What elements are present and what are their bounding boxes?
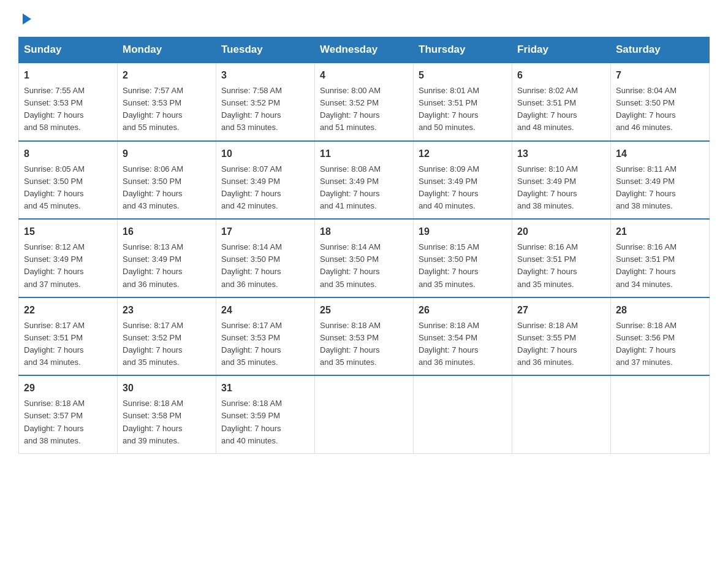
calendar-cell: 7 Sunrise: 8:04 AMSunset: 3:50 PMDayligh… xyxy=(611,63,710,141)
day-number: 29 xyxy=(24,381,112,396)
logo-arrow-icon xyxy=(20,12,34,28)
calendar-cell: 16 Sunrise: 8:13 AMSunset: 3:49 PMDaylig… xyxy=(118,219,216,297)
day-info: Sunrise: 8:16 AMSunset: 3:51 PMDaylight:… xyxy=(517,242,578,288)
calendar-cell xyxy=(512,375,611,453)
calendar-cell: 20 Sunrise: 8:16 AMSunset: 3:51 PMDaylig… xyxy=(512,219,611,297)
calendar-cell: 21 Sunrise: 8:16 AMSunset: 3:51 PMDaylig… xyxy=(611,219,710,297)
calendar-table: Sunday Monday Tuesday Wednesday Thursday… xyxy=(18,37,710,454)
day-number: 6 xyxy=(517,68,605,83)
col-sunday: Sunday xyxy=(19,37,118,63)
day-info: Sunrise: 8:17 AMSunset: 3:52 PMDaylight:… xyxy=(123,321,183,367)
day-info: Sunrise: 8:09 AMSunset: 3:49 PMDaylight:… xyxy=(419,164,479,210)
calendar-cell: 11 Sunrise: 8:08 AMSunset: 3:49 PMDaylig… xyxy=(315,141,414,220)
calendar-cell: 28 Sunrise: 8:18 AMSunset: 3:56 PMDaylig… xyxy=(611,297,710,376)
day-number: 11 xyxy=(320,147,408,161)
day-info: Sunrise: 7:57 AMSunset: 3:53 PMDaylight:… xyxy=(123,86,183,132)
day-info: Sunrise: 7:58 AMSunset: 3:52 PMDaylight:… xyxy=(221,86,282,132)
calendar-cell: 30 Sunrise: 8:18 AMSunset: 3:58 PMDaylig… xyxy=(118,375,216,453)
day-number: 31 xyxy=(221,381,309,396)
calendar-cell: 10 Sunrise: 8:07 AMSunset: 3:49 PMDaylig… xyxy=(216,141,315,220)
day-number: 8 xyxy=(24,147,112,161)
day-info: Sunrise: 8:05 AMSunset: 3:50 PMDaylight:… xyxy=(24,164,85,210)
col-saturday: Saturday xyxy=(611,37,710,63)
day-info: Sunrise: 8:17 AMSunset: 3:51 PMDaylight:… xyxy=(24,321,85,367)
day-number: 24 xyxy=(221,303,309,318)
week-row-2: 8 Sunrise: 8:05 AMSunset: 3:50 PMDayligh… xyxy=(19,141,710,220)
day-number: 20 xyxy=(517,224,605,239)
day-number: 19 xyxy=(419,224,507,239)
day-number: 3 xyxy=(221,68,309,83)
day-info: Sunrise: 8:14 AMSunset: 3:50 PMDaylight:… xyxy=(221,242,282,288)
day-number: 21 xyxy=(616,224,704,239)
week-row-4: 22 Sunrise: 8:17 AMSunset: 3:51 PMDaylig… xyxy=(19,297,710,376)
calendar-cell: 31 Sunrise: 8:18 AMSunset: 3:59 PMDaylig… xyxy=(216,375,315,453)
calendar-cell: 6 Sunrise: 8:02 AMSunset: 3:51 PMDayligh… xyxy=(512,63,611,141)
calendar-cell: 4 Sunrise: 8:00 AMSunset: 3:52 PMDayligh… xyxy=(315,63,414,141)
day-number: 15 xyxy=(24,224,112,239)
day-info: Sunrise: 8:11 AMSunset: 3:49 PMDaylight:… xyxy=(616,164,677,210)
calendar-cell: 2 Sunrise: 7:57 AMSunset: 3:53 PMDayligh… xyxy=(118,63,216,141)
day-number: 13 xyxy=(517,147,605,161)
calendar-cell: 9 Sunrise: 8:06 AMSunset: 3:50 PMDayligh… xyxy=(118,141,216,220)
day-number: 26 xyxy=(419,303,507,318)
calendar-cell xyxy=(315,375,414,453)
day-info: Sunrise: 8:18 AMSunset: 3:58 PMDaylight:… xyxy=(123,399,183,445)
calendar-cell: 18 Sunrise: 8:14 AMSunset: 3:50 PMDaylig… xyxy=(315,219,414,297)
day-info: Sunrise: 7:55 AMSunset: 3:53 PMDaylight:… xyxy=(24,86,85,132)
day-number: 23 xyxy=(123,303,211,318)
calendar-header: Sunday Monday Tuesday Wednesday Thursday… xyxy=(19,37,710,63)
day-info: Sunrise: 8:10 AMSunset: 3:49 PMDaylight:… xyxy=(517,164,578,210)
day-number: 18 xyxy=(320,224,408,239)
day-number: 22 xyxy=(24,303,112,318)
calendar-cell: 13 Sunrise: 8:10 AMSunset: 3:49 PMDaylig… xyxy=(512,141,611,220)
days-of-week-row: Sunday Monday Tuesday Wednesday Thursday… xyxy=(19,37,710,63)
day-number: 27 xyxy=(517,303,605,318)
calendar-cell: 3 Sunrise: 7:58 AMSunset: 3:52 PMDayligh… xyxy=(216,63,315,141)
day-number: 2 xyxy=(123,68,211,83)
day-number: 1 xyxy=(24,68,112,83)
day-info: Sunrise: 8:00 AMSunset: 3:52 PMDaylight:… xyxy=(320,86,381,132)
calendar-cell: 23 Sunrise: 8:17 AMSunset: 3:52 PMDaylig… xyxy=(118,297,216,376)
col-tuesday: Tuesday xyxy=(216,37,315,63)
day-info: Sunrise: 8:08 AMSunset: 3:49 PMDaylight:… xyxy=(320,164,381,210)
calendar-body: 1 Sunrise: 7:55 AMSunset: 3:53 PMDayligh… xyxy=(19,63,710,453)
day-info: Sunrise: 8:04 AMSunset: 3:50 PMDaylight:… xyxy=(616,86,677,132)
week-row-1: 1 Sunrise: 7:55 AMSunset: 3:53 PMDayligh… xyxy=(19,63,710,141)
day-info: Sunrise: 8:14 AMSunset: 3:50 PMDaylight:… xyxy=(320,242,381,288)
day-info: Sunrise: 8:13 AMSunset: 3:49 PMDaylight:… xyxy=(123,242,183,288)
calendar-cell: 26 Sunrise: 8:18 AMSunset: 3:54 PMDaylig… xyxy=(414,297,512,376)
day-number: 25 xyxy=(320,303,408,318)
day-info: Sunrise: 8:07 AMSunset: 3:49 PMDaylight:… xyxy=(221,164,282,210)
day-number: 28 xyxy=(616,303,704,318)
page-header xyxy=(18,12,710,26)
day-info: Sunrise: 8:18 AMSunset: 3:59 PMDaylight:… xyxy=(221,399,282,445)
day-info: Sunrise: 8:01 AMSunset: 3:51 PMDaylight:… xyxy=(419,86,479,132)
day-info: Sunrise: 8:02 AMSunset: 3:51 PMDaylight:… xyxy=(517,86,578,132)
logo xyxy=(18,12,34,26)
calendar-cell: 29 Sunrise: 8:18 AMSunset: 3:57 PMDaylig… xyxy=(19,375,118,453)
day-number: 4 xyxy=(320,68,408,83)
calendar-cell xyxy=(611,375,710,453)
calendar-cell: 14 Sunrise: 8:11 AMSunset: 3:49 PMDaylig… xyxy=(611,141,710,220)
calendar-cell: 15 Sunrise: 8:12 AMSunset: 3:49 PMDaylig… xyxy=(19,219,118,297)
day-info: Sunrise: 8:06 AMSunset: 3:50 PMDaylight:… xyxy=(123,164,183,210)
day-number: 10 xyxy=(221,147,309,161)
calendar-cell: 22 Sunrise: 8:17 AMSunset: 3:51 PMDaylig… xyxy=(19,297,118,376)
day-info: Sunrise: 8:18 AMSunset: 3:55 PMDaylight:… xyxy=(517,321,578,367)
day-info: Sunrise: 8:15 AMSunset: 3:50 PMDaylight:… xyxy=(419,242,479,288)
col-wednesday: Wednesday xyxy=(315,37,414,63)
day-info: Sunrise: 8:18 AMSunset: 3:57 PMDaylight:… xyxy=(24,399,85,445)
col-monday: Monday xyxy=(118,37,216,63)
day-info: Sunrise: 8:18 AMSunset: 3:54 PMDaylight:… xyxy=(419,321,479,367)
day-info: Sunrise: 8:16 AMSunset: 3:51 PMDaylight:… xyxy=(616,242,677,288)
day-number: 14 xyxy=(616,147,704,161)
week-row-3: 15 Sunrise: 8:12 AMSunset: 3:49 PMDaylig… xyxy=(19,219,710,297)
svg-marker-0 xyxy=(23,13,31,25)
day-number: 9 xyxy=(123,147,211,161)
day-info: Sunrise: 8:18 AMSunset: 3:56 PMDaylight:… xyxy=(616,321,677,367)
day-info: Sunrise: 8:12 AMSunset: 3:49 PMDaylight:… xyxy=(24,242,85,288)
day-number: 17 xyxy=(221,224,309,239)
day-number: 16 xyxy=(123,224,211,239)
calendar-cell: 27 Sunrise: 8:18 AMSunset: 3:55 PMDaylig… xyxy=(512,297,611,376)
day-number: 30 xyxy=(123,381,211,396)
